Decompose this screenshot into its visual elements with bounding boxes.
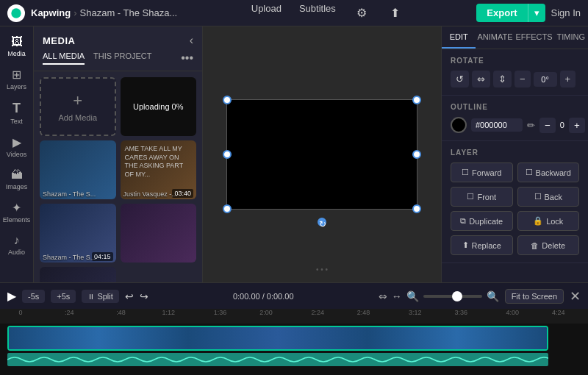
outline-title: OUTLINE bbox=[451, 103, 579, 111]
rotate-title: ROTATE bbox=[451, 57, 579, 65]
ruler-mark-312: 3:12 bbox=[409, 309, 422, 316]
media-thumb-uploading[interactable]: Uploading 0% bbox=[121, 77, 197, 136]
share-icon[interactable]: ⬆ bbox=[387, 3, 403, 23]
ruler-mark-224: 2:24 bbox=[311, 309, 324, 316]
audio-track[interactable] bbox=[7, 353, 548, 366]
export-button[interactable]: Export bbox=[476, 4, 527, 22]
subtitles-link[interactable]: Subtitles bbox=[299, 3, 336, 23]
outline-edit-button[interactable]: ✏ bbox=[527, 120, 535, 131]
fit-to-screen-button[interactable]: Fit to Screen bbox=[505, 289, 564, 304]
add-media-button[interactable]: + Add Media bbox=[40, 77, 116, 136]
tab-animate[interactable]: ANIMATE bbox=[476, 26, 514, 49]
rotate-flip-v-button[interactable]: ⇕ bbox=[493, 71, 512, 88]
handle-mid-right[interactable] bbox=[412, 150, 421, 159]
outline-controls: ✏ − 0 + bbox=[451, 117, 579, 133]
layer-back-button[interactable]: ☐ Back bbox=[517, 187, 580, 207]
handle-bottom-right[interactable] bbox=[412, 204, 421, 213]
split-button[interactable]: ⏸ Split bbox=[82, 290, 118, 303]
ruler-mark-24: :24 bbox=[65, 309, 74, 316]
breadcrumb: Kapwing › Shazam - The Shaza... bbox=[31, 7, 177, 18]
sidebar-label-audio: Audio bbox=[8, 249, 25, 256]
tab-edit[interactable]: EDIT bbox=[442, 26, 476, 49]
upload-link[interactable]: Upload bbox=[251, 3, 282, 23]
close-timeline-button[interactable]: ✕ bbox=[570, 288, 581, 304]
front-icon: ☐ bbox=[467, 192, 474, 201]
layers-icon: ⊞ bbox=[12, 68, 21, 82]
layer-forward-button[interactable]: ☐ Forward bbox=[451, 162, 513, 182]
layer-duplicate-button[interactable]: ⧉ Duplicate bbox=[451, 211, 513, 231]
rotate-minus-button[interactable]: − bbox=[514, 71, 531, 88]
timeline-ruler: 0 :24 :48 1:12 1:36 2:00 2:24 2:48 3:12 … bbox=[0, 309, 588, 324]
outline-minus-button[interactable]: − bbox=[539, 118, 556, 133]
tab-timing[interactable]: TIMING bbox=[554, 26, 588, 49]
media-panel-collapse-button[interactable]: ‹ bbox=[190, 34, 193, 47]
media-more-button[interactable]: ••• bbox=[181, 51, 193, 65]
sidebar-item-videos[interactable]: ▶ Videos bbox=[1, 131, 32, 162]
skip-forward-button[interactable]: +5s bbox=[51, 290, 76, 303]
nav-center: Upload Subtitles ⚙ ⬆ bbox=[183, 3, 470, 23]
video-track[interactable] bbox=[7, 326, 548, 351]
sidebar-item-text[interactable]: T Text bbox=[1, 96, 32, 129]
sidebar-item-media[interactable]: 🖼 Media bbox=[1, 31, 32, 62]
handle-bottom-left[interactable] bbox=[223, 204, 232, 213]
ruler-mark-200: 2:00 bbox=[259, 309, 273, 316]
rotate-ccw-button[interactable]: ↺ bbox=[451, 71, 469, 88]
play-button[interactable]: ▶ bbox=[7, 289, 16, 303]
rotate-value-input[interactable] bbox=[534, 72, 557, 87]
sidebar-item-elements[interactable]: ✦ Elements bbox=[1, 196, 32, 228]
add-media-label: Add Media bbox=[58, 113, 97, 122]
layer-lock-button[interactable]: 🔒 Lock bbox=[517, 211, 580, 231]
tab-all-media[interactable]: ALL MEDIA bbox=[43, 51, 85, 65]
handle-rotate[interactable]: ↻ bbox=[318, 218, 326, 226]
outline-plus-button[interactable]: + bbox=[569, 118, 585, 133]
media-thumb-1[interactable]: Shazam - The S... bbox=[40, 140, 116, 199]
brand-name[interactable]: Kapwing bbox=[31, 7, 71, 18]
layer-delete-button[interactable]: 🗑 Delete bbox=[517, 235, 580, 255]
ruler-mark-424: 4:24 bbox=[552, 309, 565, 316]
waveform-svg bbox=[7, 353, 548, 366]
layer-section: LAYER ☐ Forward ☐ Backward ☐ Front ☐ Bac… bbox=[442, 141, 588, 263]
canvas-black[interactable]: ↻ bbox=[226, 99, 417, 210]
sidebar-label-text: Text bbox=[10, 118, 23, 125]
skip-back-button[interactable]: -5s bbox=[22, 290, 45, 303]
layer-backward-button[interactable]: ☐ Backward bbox=[517, 162, 580, 182]
handle-top-right[interactable] bbox=[412, 96, 421, 104]
sidebar-item-images[interactable]: 🏔 Images bbox=[1, 164, 32, 195]
zoom-in-button[interactable]: 🔍 bbox=[487, 290, 499, 302]
outline-value: 0 bbox=[560, 121, 564, 129]
ruler-mark-336: 3:36 bbox=[454, 309, 467, 316]
handle-top-left[interactable] bbox=[223, 96, 232, 104]
ruler-marks: 0 :24 :48 1:12 1:36 2:00 2:24 2:48 3:12 … bbox=[7, 309, 581, 324]
media-thumb-5[interactable] bbox=[40, 267, 116, 282]
layer-replace-button[interactable]: ⬆ Replace bbox=[451, 235, 513, 255]
zoom-resize-icon[interactable]: ↔ bbox=[392, 290, 402, 302]
handle-mid-left[interactable] bbox=[223, 150, 232, 159]
project-name[interactable]: Shazam - The Shaza... bbox=[80, 7, 178, 18]
media-thumb-2[interactable]: AME TAKE ALL MY CARES AWAY ON THE ASKING… bbox=[121, 140, 197, 199]
rotate-plus-button[interactable]: + bbox=[560, 71, 576, 88]
tab-this-project[interactable]: THIS PROJECT bbox=[93, 51, 151, 65]
replace-icon: ⬆ bbox=[462, 240, 469, 250]
sign-in-button[interactable]: Sign In bbox=[551, 7, 581, 18]
export-dropdown-button[interactable]: ▾ bbox=[528, 4, 545, 22]
media-thumb-4[interactable] bbox=[121, 204, 197, 262]
time-current: 0:00.00 bbox=[233, 292, 260, 301]
sidebar-item-layers[interactable]: ⊞ Layers bbox=[1, 63, 32, 95]
outline-color-swatch[interactable] bbox=[451, 117, 467, 133]
timeline-tracks bbox=[0, 324, 588, 375]
settings-icon[interactable]: ⚙ bbox=[354, 3, 370, 23]
zoom-out-button[interactable]: 🔍 bbox=[406, 290, 419, 302]
sidebar-icons: 🖼 Media ⊞ Layers T Text ▶ Videos 🏔 Image… bbox=[0, 26, 34, 282]
zoom-split-icon[interactable]: ⇔ bbox=[379, 290, 387, 302]
redo-button[interactable]: ↪ bbox=[140, 290, 148, 302]
outline-color-input[interactable] bbox=[471, 118, 523, 132]
canvas-container: ↻ bbox=[226, 99, 417, 210]
rotate-flip-h-button[interactable]: ⇔ bbox=[472, 71, 490, 88]
tab-effects[interactable]: EFFECTS bbox=[514, 26, 553, 49]
media-panel: MEDIA ‹ ALL MEDIA THIS PROJECT ••• + Add… bbox=[34, 26, 203, 282]
undo-button[interactable]: ↩ bbox=[125, 290, 134, 302]
zoom-slider[interactable] bbox=[423, 295, 482, 298]
layer-front-button[interactable]: ☐ Front bbox=[451, 187, 513, 207]
media-thumb-3[interactable]: 04:15 Shazam - The S... bbox=[40, 204, 116, 262]
sidebar-item-audio[interactable]: ♪ Audio bbox=[1, 229, 32, 260]
